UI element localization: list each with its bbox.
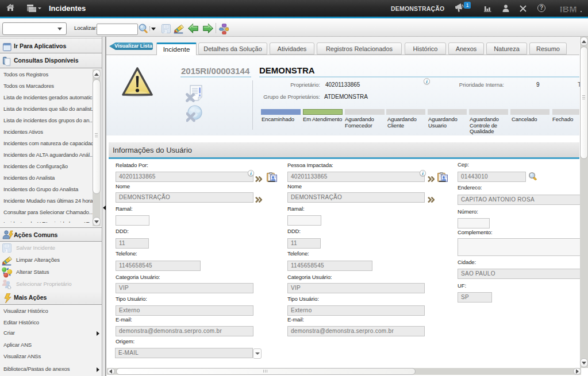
- svg-text:IBM: IBM: [560, 4, 577, 13]
